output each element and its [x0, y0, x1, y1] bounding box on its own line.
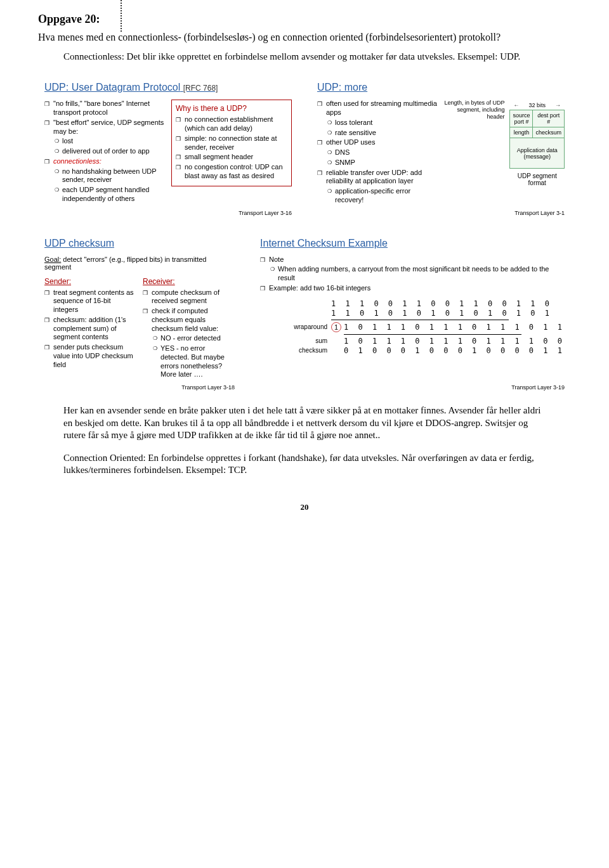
- bin-r2: 1 1 0 1 0 1 0 1 0 1 0 1 0 1 0 1: [331, 309, 552, 318]
- slide4-title: Internet Checksum Example: [260, 238, 565, 249]
- slide1-left-list: "no frills," "bare bones" Internet trans…: [44, 100, 165, 203]
- list-item: reliable transfer over UDP: add reliabil…: [317, 169, 438, 205]
- slide1-title: UDP: User Datagram Protocol [RFC 768]: [44, 82, 292, 93]
- list-item: no handshaking between UDP sender, recei…: [55, 167, 165, 185]
- ck-label: checksum: [273, 347, 331, 354]
- binary-example: 1 1 1 0 0 1 1 0 0 1 1 0 0 1 1 0 1 1 0 1 …: [273, 299, 565, 355]
- list-item: delivered out of order to app: [55, 147, 165, 156]
- list-item-text: other UDP uses: [326, 138, 375, 146]
- list-item: often used for streaming multimedia apps…: [317, 100, 438, 137]
- wrap-circle: 1: [331, 322, 341, 332]
- wrap-label: wraparound: [273, 323, 331, 330]
- list-item: Note When adding numbers, a carryout fro…: [260, 256, 565, 283]
- list-item: sender puts checksum value into UDP chec…: [44, 343, 136, 369]
- list-item-text: often used for streaming multimedia apps: [326, 100, 437, 116]
- list-item: "best effort" service, UDP segments may …: [44, 119, 165, 156]
- slide2-left-list: often used for streaming multimedia apps…: [317, 100, 438, 204]
- task-question: Hva menes med en connectionless- (forbin…: [38, 31, 571, 44]
- dotted-divider: [121, 0, 122, 32]
- task-answer-mid1: Her kan en avsender sende en bråte pakke…: [63, 405, 546, 442]
- list-item: treat segment contents as sequence of 16…: [44, 288, 136, 314]
- slide3-footer: Transport Layer 3-18: [181, 384, 235, 391]
- list-item: application-specific error recovery!: [327, 187, 438, 205]
- slide-checksum-example: Internet Checksum Example Note When addi…: [254, 230, 571, 394]
- slide3-goal: Goal: detect "errors" (e.g., flipped bit…: [44, 256, 235, 271]
- list-item: no connection establishment (which can a…: [176, 115, 287, 133]
- list-item: checksum: addition (1's complement sum) …: [44, 316, 136, 342]
- task-answer-top: Connectionless: Det blir ikke opprettet …: [63, 51, 546, 63]
- list-item: "no frills," "bare bones" Internet trans…: [44, 100, 165, 117]
- list-item: Example: add two 16-bit integers: [260, 284, 565, 293]
- slide2-footer: Transport Layer 3-1: [514, 210, 565, 216]
- seg-32bits: 32 bits: [509, 102, 565, 108]
- list-item: lost: [55, 137, 165, 146]
- note-label: Note: [269, 256, 284, 263]
- list-item: no congestion control: UDP can blast awa…: [176, 163, 287, 181]
- list-item: DNS: [327, 148, 438, 157]
- sender-label: Sender:: [44, 277, 136, 286]
- why-udp-box: Why is there a UDP? no connection establ…: [171, 100, 292, 186]
- slide1-footer: Transport Layer 3-16: [239, 210, 292, 216]
- bin-r3: 1 0 1 1 1 0 1 1 1 0 1 1 1 0 1 1: [344, 323, 565, 332]
- slide-udp-checksum: UDP checksum Goal: detect "errors" (e.g.…: [38, 230, 241, 394]
- sum-label: sum: [273, 337, 331, 344]
- goal-word: Goal:: [44, 256, 61, 263]
- list-item: rate sensitive: [327, 129, 438, 138]
- why-title: Why is there a UDP?: [176, 104, 287, 113]
- list-item-red: connectionless:: [53, 157, 102, 165]
- seg-dest-port: dest port #: [533, 110, 565, 127]
- seg-checksum: checksum: [533, 127, 565, 138]
- bin-r1: 1 1 1 0 0 1 1 0 0 1 1 0 0 1 1 0: [331, 299, 552, 308]
- list-item: connectionless: no handshaking between U…: [44, 157, 165, 204]
- bin-r5: 0 1 0 0 0 1 0 0 0 1 0 0 0 0 1 1: [344, 346, 565, 355]
- list-item: NO - error detected: [153, 334, 235, 343]
- seg-length: length: [510, 127, 533, 138]
- list-item-text: reliable transfer over UDP: add reliabil…: [326, 169, 422, 185]
- list-item: When adding numbers, a carryout from the…: [270, 265, 565, 283]
- list-item: YES - no error detected. But maybe error…: [153, 344, 235, 379]
- slide3-title: UDP checksum: [44, 238, 235, 249]
- list-item-text: YES - no error detected. But maybe error…: [160, 344, 225, 378]
- slides-row-2: UDP checksum Goal: detect "errors" (e.g.…: [38, 230, 571, 394]
- list-item: other UDP uses DNS SNMP: [317, 138, 438, 167]
- page-number: 20: [38, 502, 571, 512]
- list-item-text: "best effort" service, UDP segments may …: [53, 119, 164, 135]
- goal-text: detect "errors" (e.g., flipped bits) in …: [44, 256, 206, 271]
- slide1-title-text: UDP: User Datagram Protocol: [44, 82, 180, 93]
- list-item: SNMP: [327, 159, 438, 167]
- slide4-footer: Transport Layer 3-19: [511, 384, 565, 391]
- list-item: small segment header: [176, 153, 287, 162]
- list-item: simple: no connection state at sender, r…: [176, 134, 287, 152]
- task-header: Oppgave 20:: [38, 13, 571, 26]
- slides-row-1: UDP: User Datagram Protocol [RFC 768] "n…: [38, 74, 571, 218]
- slide-udp-more: UDP: more often used for streaming multi…: [311, 74, 571, 218]
- slide-udp-protocol: UDP: User Datagram Protocol [RFC 768] "n…: [38, 74, 298, 218]
- seg-data: Application data (message): [510, 138, 565, 169]
- bin-r4: 1 0 1 1 1 0 1 1 1 0 1 1 1 1 0 0: [344, 337, 565, 346]
- list-item: compute checksum of received segment: [143, 288, 235, 306]
- task-answer-mid2: Connection Oriented: En forbindelse oppr…: [63, 452, 546, 477]
- slide2-title: UDP: more: [317, 82, 565, 93]
- seg-caption: UDP segment format: [509, 172, 565, 186]
- list-item: check if computed checksum equals checks…: [143, 307, 235, 379]
- list-item: loss tolerant: [327, 119, 438, 127]
- seg-len-label: Length, in bytes of UDP segment, includi…: [444, 100, 507, 120]
- list-item: each UDP segment handled independently o…: [55, 186, 165, 204]
- receiver-label: Receiver:: [143, 277, 235, 286]
- list-item-text: check if computed checksum equals checks…: [152, 307, 218, 332]
- segment-diagram: 32 bits source port # dest port # length…: [509, 102, 565, 186]
- slide1-ref: [RFC 768]: [183, 84, 218, 93]
- seg-source-port: source port #: [510, 110, 533, 127]
